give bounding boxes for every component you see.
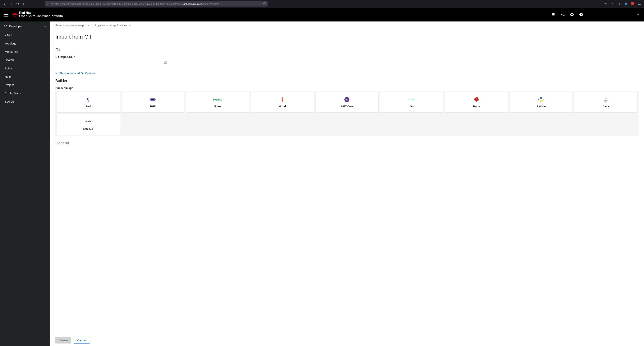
context-bar: Project: simple-node-app Application: al… xyxy=(50,22,644,29)
svg-rect-4 xyxy=(553,13,554,14)
general-section-title: General xyxy=(56,141,639,145)
perspective-switcher[interactable]: Developer xyxy=(0,22,50,31)
cancel-button[interactable]: Cancel xyxy=(74,337,90,343)
builder-card-python[interactable]: Python xyxy=(510,92,573,113)
builder-card-dotnet[interactable]: .NETCore .NET Core xyxy=(316,92,379,113)
builder-name: Java xyxy=(603,105,609,108)
paste-icon[interactable] xyxy=(164,61,167,64)
builder-name: PHP xyxy=(150,105,156,108)
sidebar-item-topology[interactable]: Topology xyxy=(0,39,50,48)
application-selector[interactable]: Application: all applications xyxy=(95,24,131,27)
svg-point-1 xyxy=(625,3,627,5)
svg-rect-0 xyxy=(51,4,53,5)
builder-card-nodejs[interactable]: node Node.js xyxy=(56,114,120,135)
back-button[interactable] xyxy=(2,1,7,7)
app-launcher-icon[interactable] xyxy=(552,13,556,17)
svg-rect-5 xyxy=(554,13,555,14)
nav-toggle-button[interactable] xyxy=(4,13,8,17)
builder-card-nginx[interactable]: NGIИX Nginx xyxy=(186,92,249,113)
perl-icon xyxy=(85,97,92,103)
browser-chrome: https://console-openshift-console.dte-oc… xyxy=(0,0,644,8)
brand-line2-bold: OpenShift xyxy=(19,14,35,18)
svg-rect-9 xyxy=(552,16,552,16)
builder-card-java[interactable]: Java xyxy=(574,92,638,113)
chevron-down-icon xyxy=(44,26,46,27)
advanced-git-toggle[interactable]: Show Advanced Git Options xyxy=(56,72,639,75)
dotnet-icon: .NETCore xyxy=(344,97,350,103)
svg-text:.NET: .NET xyxy=(345,98,349,100)
sidebar-item-builds[interactable]: Builds xyxy=(0,64,50,73)
page-title: Import from Git xyxy=(56,34,639,40)
masthead: Red Hat OpenShift Container Platform 1 ? xyxy=(0,8,644,22)
extension-lastpass-icon[interactable]: ••• xyxy=(630,1,636,7)
svg-rect-7 xyxy=(553,14,554,15)
ruby-icon xyxy=(473,97,480,103)
java-icon xyxy=(602,97,609,103)
builder-name: .NET Core xyxy=(340,105,354,108)
url-bar[interactable]: https://console-openshift-console.dte-oc… xyxy=(45,1,268,7)
sidebar-item-monitoring[interactable]: Monitoring xyxy=(0,48,50,56)
builder-section-title: Builder xyxy=(56,79,639,83)
library-icon[interactable] xyxy=(616,1,622,7)
sidebar-item-secrets[interactable]: Secrets xyxy=(0,97,50,106)
sidebar-item-search[interactable]: Search xyxy=(0,56,50,64)
svg-point-25 xyxy=(540,98,541,98)
builder-name: Go xyxy=(410,105,414,108)
svg-rect-6 xyxy=(552,14,552,15)
builder-name: Perl xyxy=(86,105,91,108)
git-url-label: Git Repo URL* xyxy=(56,56,639,59)
svg-point-29 xyxy=(604,102,608,102)
create-button[interactable]: Create xyxy=(56,337,71,343)
notifications-button[interactable]: 1 xyxy=(561,13,565,17)
notification-count: 1 xyxy=(563,13,565,16)
perspective-label: Developer xyxy=(9,25,42,28)
shield-icon xyxy=(47,3,50,5)
builder-grid: Perl php PHP NGIИX Nginx Httpd xyxy=(56,91,639,136)
extension-icon[interactable] xyxy=(623,1,629,7)
svg-point-17 xyxy=(87,99,88,99)
home-button[interactable] xyxy=(22,1,27,7)
php-icon: php xyxy=(150,97,156,103)
sidebar-item-project[interactable]: Project xyxy=(0,81,50,89)
brand-line1: Red Hat xyxy=(19,11,63,15)
svg-point-27 xyxy=(604,100,608,101)
builder-name: Httpd xyxy=(279,105,286,108)
forward-button[interactable] xyxy=(8,1,14,7)
svg-text:node: node xyxy=(85,120,91,123)
lock-icon xyxy=(50,3,53,5)
builder-card-ruby[interactable]: Ruby xyxy=(445,92,508,113)
app-menu-icon[interactable] xyxy=(637,1,642,7)
reload-button[interactable] xyxy=(15,1,20,7)
sidebar: Developer +Add Topology Monitoring Searc… xyxy=(0,22,50,346)
git-url-input[interactable] xyxy=(56,60,169,66)
pocket-icon[interactable] xyxy=(603,1,608,7)
user-menu-button[interactable] xyxy=(636,13,640,17)
builder-card-go[interactable]: GO Go xyxy=(380,92,443,113)
python-icon xyxy=(538,97,544,103)
builder-card-php[interactable]: php PHP xyxy=(121,92,184,113)
svg-text:php: php xyxy=(151,99,154,101)
svg-text:Core: Core xyxy=(346,100,348,101)
builder-card-httpd[interactable]: Httpd xyxy=(251,92,314,113)
download-icon[interactable] xyxy=(610,1,615,7)
sidebar-item-configmaps[interactable]: Config Maps xyxy=(0,89,50,97)
help-button[interactable]: ? xyxy=(579,13,583,17)
svg-text:GO: GO xyxy=(411,98,414,101)
project-selector[interactable]: Project: simple-node-app xyxy=(56,24,89,27)
bookmark-star-icon[interactable] xyxy=(263,2,266,5)
builder-card-perl[interactable]: Perl xyxy=(56,92,120,113)
builder-image-label: Builder Image xyxy=(56,87,639,90)
main-content: Project: simple-node-app Application: al… xyxy=(50,22,644,346)
svg-rect-11 xyxy=(554,16,555,16)
svg-rect-10 xyxy=(553,16,554,16)
sidebar-item-helm[interactable]: Helm xyxy=(0,73,50,81)
import-button[interactable] xyxy=(570,13,574,17)
redhat-logo-icon xyxy=(12,13,18,17)
sidebar-item-add[interactable]: +Add xyxy=(0,31,50,39)
svg-text:?: ? xyxy=(580,13,582,16)
builder-name: Ruby xyxy=(473,105,480,108)
svg-rect-8 xyxy=(554,14,555,15)
brand-logo[interactable]: Red Hat OpenShift Container Platform xyxy=(12,11,63,18)
builder-name: Nginx xyxy=(214,105,222,108)
httpd-icon xyxy=(279,97,286,103)
